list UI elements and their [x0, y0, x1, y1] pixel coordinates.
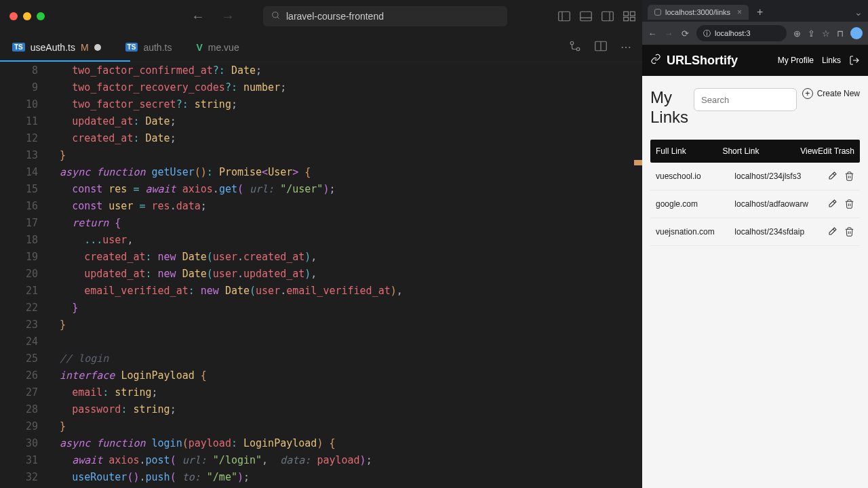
code-line[interactable]: } — [47, 147, 642, 164]
code-line[interactable]: email_verified_at: new Date(user.email_v… — [47, 283, 642, 300]
code-line[interactable]: ...user, — [47, 232, 642, 249]
code-line[interactable]: // login — [47, 350, 642, 367]
tab-useauth[interactable]: TS useAuth.ts M — [0, 33, 113, 62]
line-number: 13 — [0, 147, 38, 164]
minimize-window-icon[interactable] — [23, 12, 31, 20]
app-nav: My Profile Links — [778, 55, 860, 66]
share-icon[interactable]: ⇪ — [808, 28, 815, 39]
close-tab-icon[interactable]: × — [737, 7, 742, 17]
tab-me-vue[interactable]: V me.vue — [184, 33, 251, 62]
code-line[interactable]: password: string; — [47, 401, 642, 418]
code-line[interactable]: created_at: Date; — [47, 130, 642, 147]
svg-rect-9 — [631, 12, 635, 16]
more-icon[interactable]: ⋯ — [620, 41, 631, 54]
tab-label: useAuth.ts — [31, 42, 75, 53]
tab-actions: ⋯ — [569, 33, 642, 62]
code-line[interactable]: updated_at: Date; — [47, 113, 642, 130]
new-tab-icon[interactable]: + — [753, 6, 767, 18]
table-row: google.comlocalhost/adfaowarw — [650, 190, 860, 218]
code-line[interactable]: async function getUser(): Promise<User> … — [47, 164, 642, 181]
code-line[interactable]: two_factor_recovery_codes?: number; — [47, 79, 642, 96]
search-input[interactable] — [694, 88, 797, 111]
profile-avatar-icon[interactable] — [850, 27, 863, 39]
code-line[interactable]: } — [47, 317, 642, 333]
split-editor-icon[interactable] — [595, 41, 607, 54]
page-title-l2: Links — [650, 108, 688, 127]
cell-short-link[interactable]: localhost/234sfdaip — [734, 227, 827, 237]
svg-rect-11 — [631, 18, 635, 21]
tab-auth[interactable]: TS auth.ts — [113, 33, 184, 62]
forward-icon[interactable]: → — [221, 9, 235, 24]
line-number: 22 — [0, 300, 38, 317]
panel-right-icon[interactable] — [601, 11, 614, 22]
line-number: 12 — [0, 130, 38, 147]
extensions-icon[interactable]: ⊓ — [837, 28, 844, 39]
line-number: 9 — [0, 79, 38, 96]
code-line[interactable]: updated_at: new Date(user.updated_at), — [47, 266, 642, 283]
panel-left-icon[interactable] — [558, 11, 570, 22]
code-line[interactable]: useRouter().push( to: "/me"); — [47, 469, 642, 486]
code-line[interactable] — [47, 333, 642, 350]
layout-grid-icon[interactable] — [623, 11, 635, 22]
nav-links[interactable]: Links — [822, 56, 841, 65]
svg-rect-10 — [624, 18, 629, 21]
table-row: vueschool.iolocalhost/234jlsfs3 — [650, 163, 860, 190]
page-title-l1: My — [650, 88, 688, 108]
tab-label: me.vue — [208, 42, 239, 53]
tab-label: auth.ts — [143, 42, 172, 53]
cell-full-link: vueschool.io — [656, 171, 734, 181]
code-line[interactable]: created_at: new Date(user.created_at), — [47, 249, 642, 266]
create-new-button[interactable]: + Create New — [802, 88, 860, 99]
code-area[interactable]: 8910111213141516171819202122232425262728… — [0, 62, 642, 488]
forward-icon[interactable]: → — [664, 28, 673, 39]
browser-window: localhost:3000/links × + ⌄ ← → ⟳ ⓘ local… — [642, 0, 868, 488]
code-line[interactable]: interface LoginPayload { — [47, 367, 642, 384]
line-number: 10 — [0, 96, 38, 113]
project-search[interactable]: laravel-course-frontend — [263, 6, 507, 26]
window-controls — [9, 12, 45, 20]
code-line[interactable]: return { — [47, 215, 642, 232]
trash-icon[interactable] — [844, 199, 854, 209]
close-window-icon[interactable] — [9, 12, 18, 20]
code-line[interactable]: const res = await axios.get( url: "/user… — [47, 181, 642, 198]
back-icon[interactable]: ← — [191, 9, 205, 24]
translate-icon[interactable]: ⊕ — [793, 28, 801, 39]
back-icon[interactable]: ← — [648, 28, 657, 39]
edit-icon[interactable] — [827, 171, 837, 182]
typescript-icon: TS — [12, 43, 25, 52]
compare-icon[interactable] — [569, 40, 581, 55]
trash-icon[interactable] — [844, 226, 854, 237]
code-line[interactable]: await axios.post( url: "/login", data: p… — [47, 452, 642, 469]
code-line[interactable]: email: string; — [47, 384, 642, 401]
nav-arrows: ← → — [191, 9, 235, 24]
url-input[interactable]: ⓘ localhost:3 — [696, 25, 787, 41]
reload-icon[interactable]: ⟳ — [680, 28, 690, 39]
line-number: 26 — [0, 367, 38, 384]
code-line[interactable]: const user = res.data; — [47, 198, 642, 215]
cell-short-link[interactable]: localhost/adfaowarw — [734, 199, 827, 209]
cell-full-link: vuejsnation.com — [656, 227, 734, 237]
logout-icon[interactable] — [849, 55, 860, 66]
code-line[interactable]: async function login(payload: LoginPaylo… — [47, 435, 642, 452]
chevron-down-icon[interactable]: ⌄ — [854, 7, 863, 18]
code-line[interactable]: } — [47, 418, 642, 435]
code-line[interactable]: two_factor_secret?: string; — [47, 96, 642, 113]
line-number: 20 — [0, 266, 38, 283]
modified-indicator: M — [81, 42, 89, 53]
bookmark-icon[interactable]: ☆ — [822, 28, 830, 39]
panel-bottom-icon[interactable] — [580, 11, 592, 22]
trash-icon[interactable] — [844, 171, 854, 182]
maximize-window-icon[interactable] — [37, 12, 45, 20]
site-info-icon[interactable]: ⓘ — [703, 28, 711, 39]
search-box — [694, 88, 797, 111]
code-line[interactable]: } — [47, 300, 642, 317]
edit-icon[interactable] — [827, 199, 837, 209]
browser-tab[interactable]: localhost:3000/links × — [648, 5, 749, 20]
line-number: 27 — [0, 384, 38, 401]
code-line[interactable]: two_factor_confirmed_at?: Date; — [47, 62, 642, 79]
code-content[interactable]: two_factor_confirmed_at?: Date; two_fact… — [47, 62, 642, 488]
edit-icon[interactable] — [827, 226, 837, 237]
nav-profile[interactable]: My Profile — [778, 56, 814, 65]
unsaved-dot-icon — [94, 44, 101, 51]
cell-short-link[interactable]: localhost/234jlsfs3 — [734, 171, 827, 181]
